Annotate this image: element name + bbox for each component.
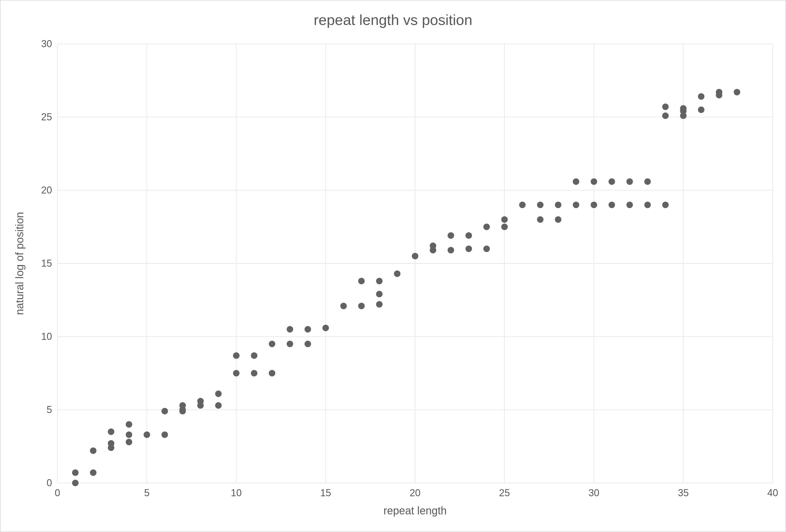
data-point xyxy=(698,107,704,113)
data-point xyxy=(680,105,687,112)
gridline-horizontal xyxy=(57,190,773,190)
data-point xyxy=(608,178,615,185)
gridline-horizontal xyxy=(57,336,773,337)
data-point xyxy=(644,202,651,208)
data-point xyxy=(108,429,114,435)
data-point xyxy=(716,89,722,95)
x-tick-label: 0 xyxy=(55,487,60,499)
data-point xyxy=(465,232,472,239)
y-tick-label: 10 xyxy=(41,331,52,342)
plot-area xyxy=(57,44,773,483)
y-tick-label: 15 xyxy=(41,258,52,269)
data-point xyxy=(447,232,454,239)
data-point xyxy=(644,178,651,185)
data-point xyxy=(662,103,669,110)
x-axis-label: repeat length xyxy=(384,505,447,517)
y-tick-label: 25 xyxy=(41,111,52,123)
x-tick-label: 40 xyxy=(767,487,778,499)
data-point xyxy=(555,216,561,223)
gridline-horizontal xyxy=(57,263,773,264)
data-point xyxy=(626,178,633,185)
data-point xyxy=(573,178,579,185)
data-point xyxy=(501,216,508,223)
data-point xyxy=(340,303,347,309)
y-tick-label: 0 xyxy=(47,477,52,489)
data-point xyxy=(626,202,633,208)
data-point xyxy=(698,93,704,100)
data-point xyxy=(555,202,561,208)
y-tick-label: 20 xyxy=(41,185,52,196)
data-point xyxy=(233,352,239,359)
data-point xyxy=(322,325,329,331)
data-point xyxy=(72,480,78,486)
data-point xyxy=(215,391,222,397)
data-point xyxy=(483,224,490,230)
data-point xyxy=(501,224,508,230)
data-point xyxy=(72,469,78,476)
data-point xyxy=(215,402,222,409)
data-point xyxy=(662,113,669,119)
data-point xyxy=(233,370,239,376)
data-point xyxy=(251,352,257,359)
data-point xyxy=(465,246,472,252)
x-tick-label: 15 xyxy=(320,487,331,499)
data-point xyxy=(90,469,96,476)
gridline-horizontal xyxy=(57,483,773,483)
x-tick-label: 25 xyxy=(499,487,510,499)
data-point xyxy=(358,278,365,284)
data-point xyxy=(430,242,436,249)
data-point xyxy=(394,271,400,277)
data-point xyxy=(573,202,579,208)
data-point xyxy=(269,341,275,347)
chart-frame: repeat length vs position repeat length … xyxy=(0,0,786,532)
data-point xyxy=(144,432,150,438)
y-tick-label: 5 xyxy=(47,404,52,415)
data-point xyxy=(376,278,383,284)
x-tick-label: 5 xyxy=(144,487,149,499)
data-point xyxy=(662,202,669,208)
data-point xyxy=(126,421,132,427)
data-point xyxy=(269,370,275,376)
data-point xyxy=(608,202,615,208)
data-point xyxy=(734,89,740,95)
data-point xyxy=(90,447,96,454)
data-point xyxy=(108,440,114,447)
data-point xyxy=(126,439,132,445)
data-point xyxy=(287,326,293,332)
chart-title: repeat length vs position xyxy=(1,11,785,28)
y-axis-label: natural log of position xyxy=(14,212,26,315)
x-tick-label: 20 xyxy=(410,487,420,499)
x-tick-label: 35 xyxy=(678,487,689,499)
x-tick-label: 10 xyxy=(231,487,242,499)
data-point xyxy=(358,303,365,309)
data-point xyxy=(251,370,257,376)
data-point xyxy=(483,246,490,252)
data-point xyxy=(179,402,186,409)
data-point xyxy=(126,432,132,438)
data-point xyxy=(304,326,311,332)
data-point xyxy=(161,408,168,414)
data-point xyxy=(287,341,293,347)
data-point xyxy=(447,247,454,253)
data-point xyxy=(412,253,418,259)
data-point xyxy=(537,216,544,223)
gridline-horizontal xyxy=(57,44,773,44)
data-point xyxy=(591,178,597,185)
data-point xyxy=(376,291,383,297)
data-point xyxy=(304,341,311,347)
data-point xyxy=(537,202,544,208)
data-point xyxy=(591,202,597,208)
data-point xyxy=(519,202,526,208)
y-tick-label: 30 xyxy=(41,38,52,50)
x-tick-label: 30 xyxy=(588,487,599,499)
data-point xyxy=(161,432,168,438)
data-point xyxy=(376,301,383,308)
data-point xyxy=(197,398,204,404)
